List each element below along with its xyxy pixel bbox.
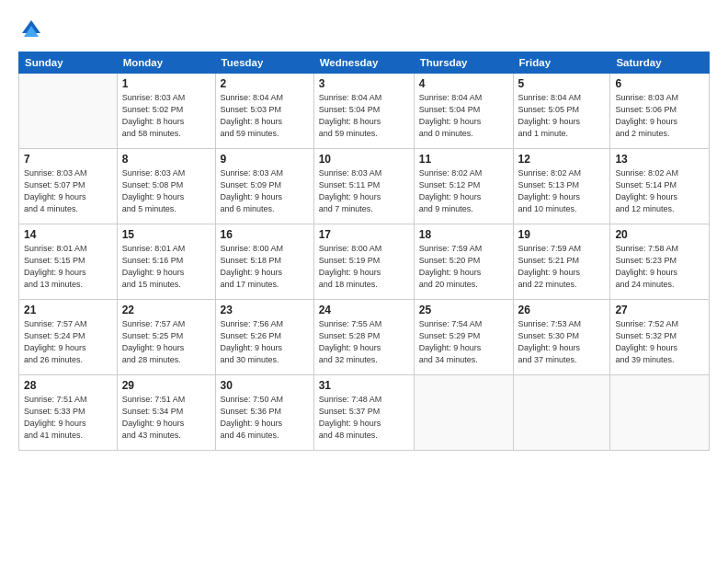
day-info: Sunrise: 7:59 AM Sunset: 5:21 PM Dayligh… <box>518 243 606 291</box>
day-info: Sunrise: 8:04 AM Sunset: 5:04 PM Dayligh… <box>419 92 508 140</box>
day-number: 20 <box>615 228 704 241</box>
calendar-cell: 8Sunrise: 8:03 AM Sunset: 5:08 PM Daylig… <box>117 149 215 224</box>
calendar-cell: 16Sunrise: 8:00 AM Sunset: 5:18 PM Dayli… <box>215 224 313 300</box>
day-number: 2 <box>221 77 309 90</box>
calendar-cell <box>513 375 610 451</box>
calendar-week-3: 14Sunrise: 8:01 AM Sunset: 5:15 PM Dayli… <box>19 224 710 300</box>
calendar-cell: 14Sunrise: 8:01 AM Sunset: 5:15 PM Dayli… <box>19 224 118 300</box>
calendar-cell: 5Sunrise: 8:04 AM Sunset: 5:05 PM Daylig… <box>513 74 610 149</box>
day-number: 21 <box>24 304 112 316</box>
day-info: Sunrise: 8:03 AM Sunset: 5:11 PM Dayligh… <box>319 167 409 215</box>
day-number: 17 <box>319 228 409 241</box>
day-number: 7 <box>24 153 112 166</box>
day-number: 25 <box>419 304 508 316</box>
calendar-cell: 28Sunrise: 7:51 AM Sunset: 5:33 PM Dayli… <box>19 375 118 451</box>
day-number: 27 <box>615 304 704 316</box>
day-info: Sunrise: 8:02 AM Sunset: 5:14 PM Dayligh… <box>615 167 704 215</box>
logo <box>18 17 48 42</box>
day-number: 16 <box>221 228 309 241</box>
day-info: Sunrise: 7:51 AM Sunset: 5:34 PM Dayligh… <box>122 394 210 442</box>
day-info: Sunrise: 7:51 AM Sunset: 5:33 PM Dayligh… <box>24 394 112 442</box>
day-number: 4 <box>419 77 508 90</box>
day-info: Sunrise: 8:03 AM Sunset: 5:02 PM Dayligh… <box>122 92 210 140</box>
day-number: 8 <box>122 153 210 166</box>
calendar-cell: 3Sunrise: 8:04 AM Sunset: 5:04 PM Daylig… <box>313 74 414 149</box>
calendar-cell: 4Sunrise: 8:04 AM Sunset: 5:04 PM Daylig… <box>414 74 513 149</box>
calendar-cell: 12Sunrise: 8:02 AM Sunset: 5:13 PM Dayli… <box>513 149 610 224</box>
day-number: 11 <box>419 153 508 166</box>
day-info: Sunrise: 7:59 AM Sunset: 5:20 PM Dayligh… <box>419 243 508 291</box>
day-number: 19 <box>518 228 606 241</box>
day-info: Sunrise: 7:55 AM Sunset: 5:28 PM Dayligh… <box>319 318 409 366</box>
day-info: Sunrise: 7:52 AM Sunset: 5:32 PM Dayligh… <box>615 318 704 366</box>
day-info: Sunrise: 8:00 AM Sunset: 5:19 PM Dayligh… <box>319 243 409 291</box>
day-number: 12 <box>518 153 606 166</box>
day-info: Sunrise: 8:04 AM Sunset: 5:05 PM Dayligh… <box>518 92 606 140</box>
calendar-cell: 13Sunrise: 8:02 AM Sunset: 5:14 PM Dayli… <box>610 149 710 224</box>
day-info: Sunrise: 7:53 AM Sunset: 5:30 PM Dayligh… <box>518 318 606 366</box>
calendar-cell: 19Sunrise: 7:59 AM Sunset: 5:21 PM Dayli… <box>513 224 610 300</box>
day-info: Sunrise: 7:50 AM Sunset: 5:36 PM Dayligh… <box>221 394 309 442</box>
calendar-header-row: SundayMondayTuesdayWednesdayThursdayFrid… <box>19 52 710 74</box>
day-number: 9 <box>221 153 309 166</box>
day-info: Sunrise: 7:48 AM Sunset: 5:37 PM Dayligh… <box>319 394 409 442</box>
day-number: 6 <box>615 77 704 90</box>
calendar-cell: 7Sunrise: 8:03 AM Sunset: 5:07 PM Daylig… <box>19 149 118 224</box>
calendar-cell: 20Sunrise: 7:58 AM Sunset: 5:23 PM Dayli… <box>610 224 710 300</box>
day-info: Sunrise: 8:00 AM Sunset: 5:18 PM Dayligh… <box>221 243 309 291</box>
day-number: 28 <box>24 379 112 392</box>
calendar-week-2: 7Sunrise: 8:03 AM Sunset: 5:07 PM Daylig… <box>19 149 710 224</box>
page: SundayMondayTuesdayWednesdayThursdayFrid… <box>0 0 728 563</box>
day-number: 22 <box>122 304 210 316</box>
day-info: Sunrise: 8:01 AM Sunset: 5:16 PM Dayligh… <box>122 243 210 291</box>
calendar-cell <box>610 375 710 451</box>
calendar-header-friday: Friday <box>513 52 610 74</box>
calendar-week-4: 21Sunrise: 7:57 AM Sunset: 5:24 PM Dayli… <box>19 300 710 375</box>
day-info: Sunrise: 8:01 AM Sunset: 5:15 PM Dayligh… <box>24 243 112 291</box>
day-info: Sunrise: 7:56 AM Sunset: 5:26 PM Dayligh… <box>221 318 309 366</box>
calendar-header-tuesday: Tuesday <box>215 52 313 74</box>
calendar-cell: 24Sunrise: 7:55 AM Sunset: 5:28 PM Dayli… <box>313 300 414 375</box>
calendar-cell: 22Sunrise: 7:57 AM Sunset: 5:25 PM Dayli… <box>117 300 215 375</box>
day-number: 23 <box>221 304 309 316</box>
calendar-header-wednesday: Wednesday <box>313 52 414 74</box>
calendar-header-monday: Monday <box>117 52 215 74</box>
calendar-cell <box>414 375 513 451</box>
day-number: 30 <box>221 379 309 392</box>
day-number: 13 <box>615 153 704 166</box>
day-info: Sunrise: 7:58 AM Sunset: 5:23 PM Dayligh… <box>615 243 704 291</box>
header <box>18 17 710 42</box>
calendar-cell: 6Sunrise: 8:03 AM Sunset: 5:06 PM Daylig… <box>610 74 710 149</box>
calendar-cell: 25Sunrise: 7:54 AM Sunset: 5:29 PM Dayli… <box>414 300 513 375</box>
calendar-header-thursday: Thursday <box>414 52 513 74</box>
calendar-cell: 30Sunrise: 7:50 AM Sunset: 5:36 PM Dayli… <box>215 375 313 451</box>
calendar-header-sunday: Sunday <box>19 52 118 74</box>
calendar-cell: 10Sunrise: 8:03 AM Sunset: 5:11 PM Dayli… <box>313 149 414 224</box>
calendar-cell: 23Sunrise: 7:56 AM Sunset: 5:26 PM Dayli… <box>215 300 313 375</box>
day-number: 18 <box>419 228 508 241</box>
day-number: 26 <box>518 304 606 316</box>
calendar-cell: 27Sunrise: 7:52 AM Sunset: 5:32 PM Dayli… <box>610 300 710 375</box>
day-number: 3 <box>319 77 409 90</box>
day-number: 1 <box>122 77 210 90</box>
day-number: 15 <box>122 228 210 241</box>
calendar-cell: 1Sunrise: 8:03 AM Sunset: 5:02 PM Daylig… <box>117 74 215 149</box>
calendar-week-1: 1Sunrise: 8:03 AM Sunset: 5:02 PM Daylig… <box>19 74 710 149</box>
day-info: Sunrise: 7:57 AM Sunset: 5:24 PM Dayligh… <box>24 318 112 366</box>
day-number: 24 <box>319 304 409 316</box>
day-number: 29 <box>122 379 210 392</box>
calendar-week-5: 28Sunrise: 7:51 AM Sunset: 5:33 PM Dayli… <box>19 375 710 451</box>
calendar-cell: 17Sunrise: 8:00 AM Sunset: 5:19 PM Dayli… <box>313 224 414 300</box>
calendar-cell: 31Sunrise: 7:48 AM Sunset: 5:37 PM Dayli… <box>313 375 414 451</box>
calendar-header-saturday: Saturday <box>610 52 710 74</box>
calendar-table: SundayMondayTuesdayWednesdayThursdayFrid… <box>18 52 710 451</box>
day-info: Sunrise: 7:57 AM Sunset: 5:25 PM Dayligh… <box>122 318 210 366</box>
day-number: 14 <box>24 228 112 241</box>
day-info: Sunrise: 8:03 AM Sunset: 5:07 PM Dayligh… <box>24 167 112 215</box>
day-info: Sunrise: 8:04 AM Sunset: 5:04 PM Dayligh… <box>319 92 409 140</box>
calendar-cell: 2Sunrise: 8:04 AM Sunset: 5:03 PM Daylig… <box>215 74 313 149</box>
calendar-cell: 11Sunrise: 8:02 AM Sunset: 5:12 PM Dayli… <box>414 149 513 224</box>
day-info: Sunrise: 8:04 AM Sunset: 5:03 PM Dayligh… <box>221 92 309 140</box>
calendar-cell: 26Sunrise: 7:53 AM Sunset: 5:30 PM Dayli… <box>513 300 610 375</box>
day-number: 5 <box>518 77 606 90</box>
